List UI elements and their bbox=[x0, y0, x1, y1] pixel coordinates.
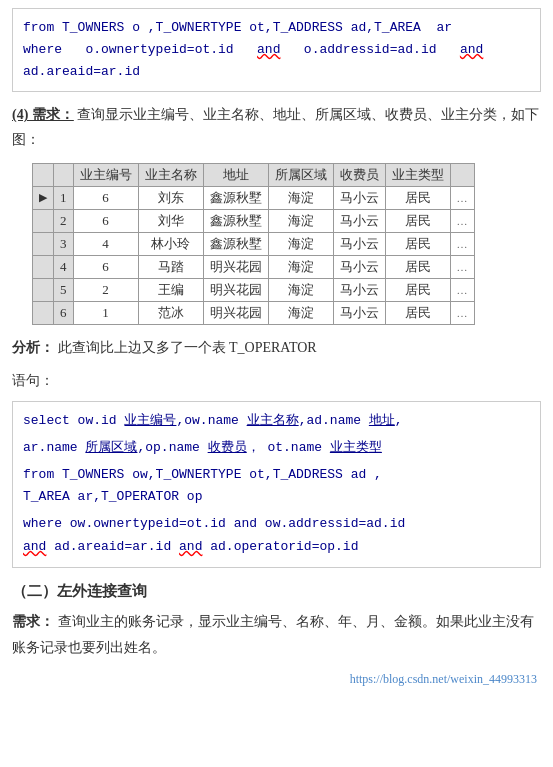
cell-more: … bbox=[450, 209, 474, 232]
th-more bbox=[450, 163, 474, 186]
code-block-1: from T_OWNERS o ,T_OWNERTYPE ot,T_ADDRES… bbox=[12, 8, 541, 92]
underline-yzbh: 业主编号 bbox=[124, 413, 176, 428]
underline-ssqy: 所属区域 bbox=[85, 440, 137, 455]
th-id: 业主编号 bbox=[73, 163, 138, 186]
page-container: from T_OWNERS o ,T_OWNERTYPE ot,T_ADDRES… bbox=[0, 0, 553, 707]
code2-line-4: T_AREA ar,T_OPERATOR op bbox=[23, 486, 530, 509]
cell-type: 居民 bbox=[385, 232, 450, 255]
wavy-and-2: and bbox=[179, 539, 202, 554]
watermark-text: https://blog.csdn.net/weixin_44993313 bbox=[350, 672, 537, 686]
row-num: 3 bbox=[54, 232, 74, 255]
table-row: 5 2 王编 明兴花园 海淀 马小云 居民 … bbox=[33, 278, 475, 301]
code2-line-6: and ad.areaid=ar.id and ad.operatorid=op… bbox=[23, 536, 530, 559]
cell-type: 居民 bbox=[385, 186, 450, 209]
code-line-3: ad.areaid=ar.id bbox=[23, 61, 530, 83]
table-header-row: 业主编号 业主名称 地址 所属区域 收费员 业主类型 bbox=[33, 163, 475, 186]
cell-id: 2 bbox=[73, 278, 138, 301]
cell-id: 4 bbox=[73, 232, 138, 255]
section2-heading-text: （二）左外连接查询 bbox=[12, 583, 147, 599]
code-text: ad.areaid=ar.id bbox=[23, 64, 140, 79]
cell-more: … bbox=[450, 278, 474, 301]
th-collector: 收费员 bbox=[333, 163, 385, 186]
th-addr: 地址 bbox=[203, 163, 268, 186]
cell-region: 海淀 bbox=[268, 255, 333, 278]
th-indicator bbox=[33, 163, 54, 186]
wavy-and-1: and bbox=[23, 539, 46, 554]
language-label: 语句： bbox=[12, 368, 541, 393]
cell-addr: 明兴花园 bbox=[203, 255, 268, 278]
cell-collector: 马小云 bbox=[333, 278, 385, 301]
req-prefix-underline: (4) 需求： bbox=[12, 107, 74, 122]
cell-region: 海淀 bbox=[268, 232, 333, 255]
code-line-2: where o.ownertypeid=ot.id and o.addressi… bbox=[23, 39, 530, 61]
cell-id: 1 bbox=[73, 301, 138, 324]
underline-dz: 地址 bbox=[369, 413, 395, 428]
row-num: 1 bbox=[54, 186, 74, 209]
cell-id: 6 bbox=[73, 209, 138, 232]
th-rownum bbox=[54, 163, 74, 186]
requirement-4: (4) 需求： 查询显示业主编号、业主名称、地址、所属区域、收费员、业主分类，如… bbox=[12, 102, 541, 152]
row-num: 2 bbox=[54, 209, 74, 232]
code2-line-2: ar.name 所属区域,op.name 收费员， ot.name 业主类型 bbox=[23, 437, 530, 460]
table-row: 3 4 林小玲 鑫源秋墅 海淀 马小云 居民 … bbox=[33, 232, 475, 255]
req-text: 查询显示业主编号、业主名称、地址、所属区域、收费员、业主分类，如下图： bbox=[12, 107, 539, 147]
cell-collector: 马小云 bbox=[333, 301, 385, 324]
th-type: 业主类型 bbox=[385, 163, 450, 186]
req5-text: 查询业主的账务记录，显示业主编号、名称、年、月、金额。如果此业主没有账务记录也要… bbox=[12, 614, 534, 656]
row-indicator bbox=[33, 255, 54, 278]
requirement-5: 需求： 查询业主的账务记录，显示业主编号、名称、年、月、金额。如果此业主没有账务… bbox=[12, 609, 541, 662]
cell-type: 居民 bbox=[385, 278, 450, 301]
cell-region: 海淀 bbox=[268, 301, 333, 324]
code2-line-1: select ow.id 业主编号,ow.name 业主名称,ad.name 地… bbox=[23, 410, 530, 433]
cell-addr: 明兴花园 bbox=[203, 301, 268, 324]
underline-yzlx: 业主类型 bbox=[330, 440, 382, 455]
underline-yzmc: 业主名称 bbox=[247, 413, 299, 428]
th-region: 所属区域 bbox=[268, 163, 333, 186]
code-block-2: select ow.id 业主编号,ow.name 业主名称,ad.name 地… bbox=[12, 401, 541, 568]
code2-line-3: from T_OWNERS ow,T_OWNERTYPE ot,T_ADDRES… bbox=[23, 464, 530, 487]
table-row: ▶ 1 6 刘东 鑫源秋墅 海淀 马小云 居民 … bbox=[33, 186, 475, 209]
cell-addr: 鑫源秋墅 bbox=[203, 209, 268, 232]
cell-type: 居民 bbox=[385, 255, 450, 278]
row-indicator bbox=[33, 232, 54, 255]
cell-type: 居民 bbox=[385, 301, 450, 324]
code2-line-5: where ow.ownertypeid=ot.id and ow.addres… bbox=[23, 513, 530, 536]
cell-id: 6 bbox=[73, 186, 138, 209]
cell-id: 6 bbox=[73, 255, 138, 278]
req5-prefix: 需求： bbox=[12, 614, 54, 629]
code-text: from T_OWNERS o ,T_OWNERTYPE ot,T_ADDRES… bbox=[23, 20, 452, 35]
code-line-1: from T_OWNERS o ,T_OWNERTYPE ot,T_ADDRES… bbox=[23, 17, 530, 39]
cell-name: 刘华 bbox=[138, 209, 203, 232]
req-prefix: (4) 需求： bbox=[12, 107, 77, 122]
row-num: 4 bbox=[54, 255, 74, 278]
data-table: 业主编号 业主名称 地址 所属区域 收费员 业主类型 ▶ 1 6 刘东 鑫源秋墅… bbox=[32, 163, 475, 325]
cell-name: 林小玲 bbox=[138, 232, 203, 255]
cell-region: 海淀 bbox=[268, 278, 333, 301]
cell-more: … bbox=[450, 301, 474, 324]
cell-addr: 鑫源秋墅 bbox=[203, 232, 268, 255]
cell-region: 海淀 bbox=[268, 186, 333, 209]
th-name: 业主名称 bbox=[138, 163, 203, 186]
table-body: ▶ 1 6 刘东 鑫源秋墅 海淀 马小云 居民 … 2 6 刘华 鑫源秋墅 海淀… bbox=[33, 186, 475, 324]
cell-name: 马踏 bbox=[138, 255, 203, 278]
table-row: 6 1 范冰 明兴花园 海淀 马小云 居民 … bbox=[33, 301, 475, 324]
cell-type: 居民 bbox=[385, 209, 450, 232]
cell-addr: 明兴花园 bbox=[203, 278, 268, 301]
table-row: 4 6 马踏 明兴花园 海淀 马小云 居民 … bbox=[33, 255, 475, 278]
code-text: where o.ownertypeid=ot.id and o.addressi… bbox=[23, 42, 483, 57]
row-indicator bbox=[33, 301, 54, 324]
cell-collector: 马小云 bbox=[333, 209, 385, 232]
section2-heading: （二）左外连接查询 bbox=[12, 582, 541, 601]
analysis-text: 此查询比上边又多了一个表 T_OPERATOR bbox=[58, 340, 317, 355]
cell-collector: 马小云 bbox=[333, 255, 385, 278]
row-indicator: ▶ bbox=[33, 186, 54, 209]
cell-name: 范冰 bbox=[138, 301, 203, 324]
lang-label-text: 语句： bbox=[12, 373, 54, 388]
underline-sfy: 收费员 bbox=[208, 440, 247, 455]
row-indicator bbox=[33, 278, 54, 301]
cell-collector: 马小云 bbox=[333, 232, 385, 255]
cell-more: … bbox=[450, 232, 474, 255]
cell-region: 海淀 bbox=[268, 209, 333, 232]
row-num: 5 bbox=[54, 278, 74, 301]
row-num: 6 bbox=[54, 301, 74, 324]
